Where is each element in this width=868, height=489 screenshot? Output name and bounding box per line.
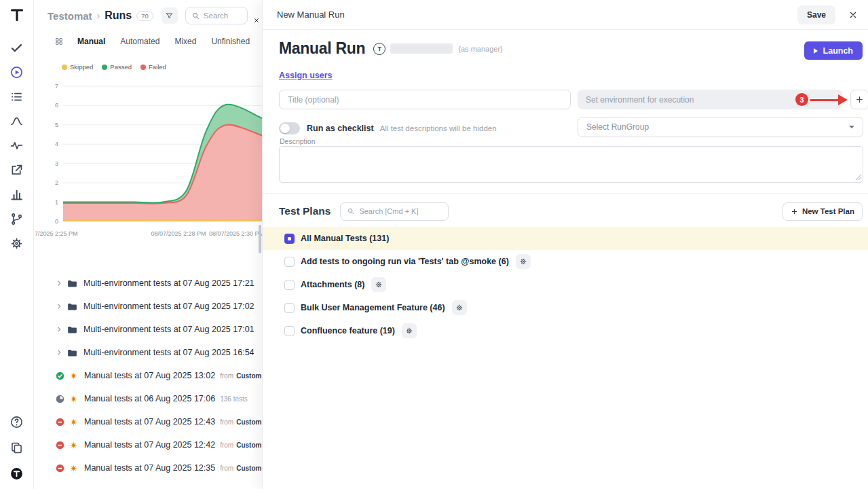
rail-logo-t-button[interactable] xyxy=(7,6,27,24)
add-environment-button[interactable] xyxy=(850,90,868,109)
run-item-icons xyxy=(55,417,79,427)
help-icon xyxy=(10,415,24,429)
test-plan-row[interactable]: All Manual Tests (131) xyxy=(263,227,868,250)
resize-handle-icon[interactable] xyxy=(855,174,862,181)
run-list-item[interactable]: Manual tests at 06 Aug 2025 17:06 136 te… xyxy=(34,387,262,410)
clear-search-button[interactable] xyxy=(250,14,263,27)
legend-dot xyxy=(102,65,107,70)
test-plan-row[interactable]: Add tests to ongoing run via 'Tests' tab… xyxy=(263,250,868,273)
run-title: Manual Run xyxy=(279,39,365,58)
run-list-item[interactable]: Manual tests at 07 Aug 2025 12:43 fromCu… xyxy=(34,410,262,433)
rail-help-button[interactable] xyxy=(7,413,27,431)
run-as-checklist-toggle[interactable] xyxy=(279,122,300,134)
test-plan-search[interactable] xyxy=(340,202,449,221)
legend-failed[interactable]: Failed xyxy=(140,63,166,71)
burst-icon xyxy=(69,440,79,450)
description-textarea[interactable] xyxy=(279,146,863,183)
run-list-item[interactable]: Multi-environment tests at 07 Aug 2025 1… xyxy=(34,272,262,295)
runs-search[interactable] xyxy=(185,7,248,24)
rail-pulse-button[interactable] xyxy=(7,137,27,154)
run-list-item[interactable]: Manual tests at 07 Aug 2025 12:35 fromCu… xyxy=(34,456,262,479)
chart-legend: SkippedPassedFailed xyxy=(34,63,262,71)
run-item-icons xyxy=(55,440,79,450)
tab-manual[interactable]: Manual xyxy=(77,37,105,46)
runs-tabs: ManualAutomatedMixedUnfinished xyxy=(34,37,262,46)
rail-copy-button[interactable] xyxy=(7,439,27,456)
svg-text:08/07/2025 2:30 PM: 08/07/2025 2:30 PM xyxy=(209,230,262,237)
test-plan-checkbox[interactable] xyxy=(284,326,295,336)
legend-skipped[interactable]: Skipped xyxy=(62,63,93,71)
test-plan-row[interactable]: Attachments (8) xyxy=(263,273,868,296)
legend-passed[interactable]: Passed xyxy=(102,63,132,71)
test-plan-checkbox[interactable] xyxy=(284,257,295,267)
burst-icon xyxy=(69,394,79,404)
svg-text:5: 5 xyxy=(55,122,58,128)
test-plan-row[interactable]: Bulk User Management Feature (46) xyxy=(263,296,868,319)
tab-mixed[interactable]: Mixed xyxy=(174,37,196,46)
plus-icon xyxy=(791,208,798,215)
runs-chart: 012345677/2025 2:25 PM08/07/2025 2:28 PM… xyxy=(34,79,262,242)
assign-users-link[interactable]: Assign users xyxy=(279,71,333,80)
test-plan-checkbox[interactable] xyxy=(284,234,295,244)
svg-text:08/07/2025 2:28 PM: 08/07/2025 2:28 PM xyxy=(151,230,206,237)
rail-runs-play-button[interactable] xyxy=(7,63,27,81)
test-plan-settings-button[interactable] xyxy=(402,323,417,338)
burst-icon xyxy=(69,463,79,473)
run-list-item[interactable]: Multi-environment tests at 07 Aug 2025 1… xyxy=(34,341,262,364)
runs-list: Multi-environment tests at 07 Aug 2025 1… xyxy=(34,272,262,479)
rail-check-button[interactable] xyxy=(7,39,27,56)
tab-automated[interactable]: Automated xyxy=(120,37,159,46)
test-plan-checkbox[interactable] xyxy=(284,303,295,313)
run-title-input[interactable] xyxy=(279,90,571,109)
rail-gear-button[interactable] xyxy=(7,234,27,252)
tab-unfinished[interactable]: Unfinished xyxy=(211,37,250,46)
run-item-icons xyxy=(55,324,78,336)
test-plan-settings-button[interactable] xyxy=(452,300,467,315)
rail-export-button[interactable] xyxy=(7,161,27,179)
test-plan-settings-button[interactable] xyxy=(516,254,531,269)
test-plan-row[interactable]: Confluence feature (19) xyxy=(263,319,868,342)
run-list-item[interactable]: Manual tests at 07 Aug 2025 13:02 fromCu… xyxy=(34,364,262,387)
run-list-item[interactable]: Multi-environment tests at 07 Aug 2025 1… xyxy=(34,295,262,318)
run-label: Multi-environment tests at 07 Aug 2025 1… xyxy=(83,325,254,334)
test-plan-settings-button[interactable] xyxy=(371,277,386,292)
run-label: Multi-environment tests at 07 Aug 2025 1… xyxy=(83,348,254,357)
filter-button[interactable] xyxy=(162,7,178,24)
search-icon xyxy=(347,207,355,215)
test-plan-label: Bulk User Management Feature (46) xyxy=(301,303,445,312)
section-divider xyxy=(263,193,868,194)
logo-t-icon xyxy=(9,7,25,23)
runs-panel-scrollbar[interactable] xyxy=(259,225,261,253)
new-test-plan-button[interactable]: New Test Plan xyxy=(782,202,863,221)
folder-icon xyxy=(67,278,78,289)
close-panel-button[interactable] xyxy=(845,7,861,23)
rungroup-select[interactable]: Select RunGroup xyxy=(578,117,863,137)
run-item-icons xyxy=(55,371,79,381)
run-list-item[interactable]: Manual tests at 07 Aug 2025 12:42 fromCu… xyxy=(34,433,262,456)
run-label: Multi-environment tests at 07 Aug 2025 1… xyxy=(83,302,254,311)
test-plan-checkbox[interactable] xyxy=(284,280,295,290)
role-note: (as manager) xyxy=(458,45,502,53)
rail-analytics-button[interactable] xyxy=(7,112,27,130)
chevron-right-icon xyxy=(55,302,63,310)
save-button[interactable]: Save xyxy=(797,5,835,24)
rail-logo-badge-button[interactable] xyxy=(7,465,27,482)
test-plan-label: All Manual Tests (131) xyxy=(301,234,389,243)
run-list-item[interactable]: Multi-environment tests at 07 Aug 2025 1… xyxy=(34,318,262,341)
launch-button[interactable]: Launch xyxy=(804,41,863,60)
close-icon xyxy=(848,10,858,20)
folder-icon xyxy=(67,347,78,359)
rail-chart-button[interactable] xyxy=(7,185,27,203)
group-view-icon[interactable] xyxy=(54,37,64,46)
breadcrumb-separator: › xyxy=(97,10,100,21)
test-plan-search-input[interactable] xyxy=(359,207,435,215)
logo-badge-icon xyxy=(10,467,24,481)
breadcrumb-app[interactable]: Testomat xyxy=(48,10,92,22)
annotation-badge: 3 xyxy=(795,93,808,106)
rail-branch-button[interactable] xyxy=(7,210,27,228)
runs-search-input[interactable] xyxy=(204,12,236,20)
rail-list-button[interactable] xyxy=(7,88,27,105)
svg-text:4: 4 xyxy=(55,141,58,147)
chevron-right-icon xyxy=(55,325,63,333)
chart-icon xyxy=(10,187,24,202)
